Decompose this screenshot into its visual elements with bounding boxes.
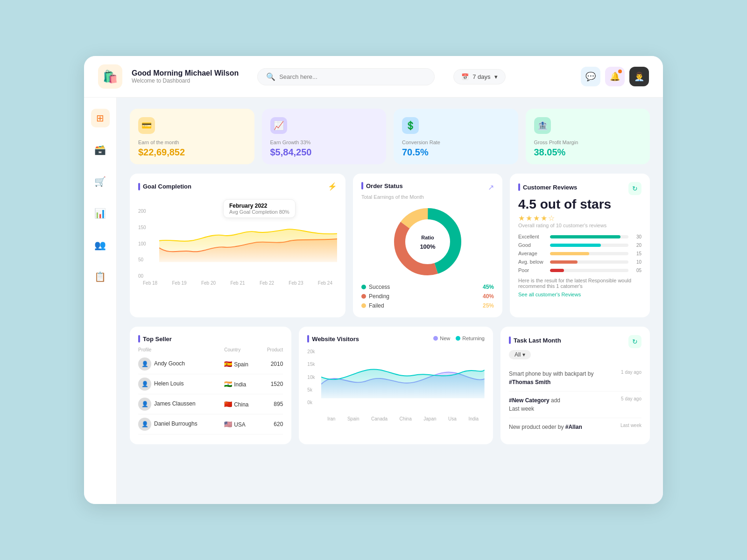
greeting-section: Good Morning Michael Wilson Welcome to D… xyxy=(132,69,239,84)
task-list: Smart phone buy with backpart by #Thomas… xyxy=(509,365,641,436)
returning-visitors-dot xyxy=(456,336,460,341)
review-link[interactable]: See all customer's Reviews xyxy=(518,292,641,297)
sidebar-item-cart[interactable]: 🛒 xyxy=(91,172,110,191)
bar-avg-below: Avg. below 10 xyxy=(518,259,641,265)
order-header: Order Status ↗ xyxy=(361,182,494,192)
profit-label: Gross Profit Margin xyxy=(534,140,642,145)
table-row: 👤Daniel Burroughs 🇺🇸USA 620 xyxy=(138,414,283,434)
svg-text:Ratio: Ratio xyxy=(421,235,434,240)
review-title: Customer Reviews xyxy=(518,183,577,191)
task-item-3: New product oeder by #Allan Last week xyxy=(509,418,641,436)
col-product: Product xyxy=(260,345,283,354)
task-header: Task Last Month ↻ xyxy=(509,335,641,348)
goal-title: Goal Completion ⚡ xyxy=(138,182,337,191)
customer-reviews-card: Customer Reviews ↻ 4.5 out of stars ★★★★… xyxy=(510,174,650,317)
bell-button[interactable]: 🔔 xyxy=(605,67,625,86)
greeting-main: Good Morning Michael Wilson xyxy=(132,69,239,77)
stat-card-conversion: 💲 Conversion Rate 70.5% xyxy=(394,109,518,164)
review-title-text: Customer Reviews xyxy=(523,184,577,191)
bottom-row: Top Seller Profile Country Product 👤Andy xyxy=(130,327,650,444)
search-bar[interactable]: 🔍 xyxy=(257,68,435,85)
visitors-legend: New Returning xyxy=(433,336,485,341)
failed-dot xyxy=(361,303,366,308)
task-text-3: New product oeder by #Allan xyxy=(509,423,617,431)
search-input[interactable] xyxy=(279,73,426,80)
sidebar-item-analytics[interactable]: 📊 xyxy=(91,204,110,223)
notification-dot xyxy=(618,70,622,73)
order-title-text: Order Status xyxy=(366,182,403,189)
sidebar-item-dashboard[interactable]: ⊞ xyxy=(91,109,110,127)
success-dot xyxy=(361,285,366,289)
bar-good: Good 20 xyxy=(518,242,641,248)
sidebar-item-users[interactable]: 👥 xyxy=(91,236,110,254)
table-row: 👤Helen Louis 🇮🇳India 1520 xyxy=(138,374,283,394)
col-country: Country xyxy=(224,345,260,354)
visitors-chart-svg xyxy=(321,349,485,405)
svg-text:100%: 100% xyxy=(420,243,436,250)
task-filter-button[interactable]: All ▾ xyxy=(509,350,531,359)
review-bars: Excellent 30 Good 20 Average 15 xyxy=(518,234,641,273)
growth-label: Earn Growth 33% xyxy=(270,140,378,145)
profit-value: 38.05% xyxy=(534,147,642,158)
goal-title-bar xyxy=(138,183,140,190)
new-visitors-dot xyxy=(433,336,438,341)
goal-refresh-icon[interactable]: ⚡ xyxy=(328,182,337,191)
main-layout: ⊞ 🗃️ 🛒 📊 👥 📋 💳 Earn of the month $22,69,… xyxy=(84,98,663,504)
greeting-sub: Welcome to Dashboard xyxy=(132,77,239,84)
visitors-title: Website Visitors xyxy=(307,335,359,343)
task-refresh-button[interactable]: ↻ xyxy=(628,335,641,348)
header-icons: 💬 🔔 👨‍💼 xyxy=(581,67,649,86)
failed-pct: 25% xyxy=(483,302,494,309)
top-seller-title: Top Seller xyxy=(138,335,283,343)
table-row: 👤Andy Gooch 🇪🇸Spain 2010 xyxy=(138,354,283,374)
col-profile: Profile xyxy=(138,345,224,354)
date-filter[interactable]: 📅 7 days ▾ xyxy=(453,69,505,84)
sidebar: ⊞ 🗃️ 🛒 📊 👥 📋 xyxy=(84,98,117,504)
task-text-1: Smart phone buy with backpart by #Thomas… xyxy=(509,370,617,386)
legend-failed: Failed 25% xyxy=(361,302,494,309)
sidebar-item-archive[interactable]: 🗃️ xyxy=(91,140,110,159)
task-text-2: #New Category addLast week xyxy=(509,396,617,413)
pending-pct: 40% xyxy=(483,293,494,300)
review-stars: ★★★★☆ xyxy=(518,214,641,223)
top-seller-card: Top Seller Profile Country Product 👤Andy xyxy=(130,327,291,444)
sidebar-item-documents[interactable]: 📋 xyxy=(91,267,110,286)
stat-cards-row: 💳 Earn of the month $22,69,852 📈 Earn Gr… xyxy=(130,109,650,164)
visitors-x-labels: Iran Spain Canada China Japan Usa India xyxy=(307,416,485,421)
goal-title-text: Goal Completion xyxy=(143,183,191,190)
chart-x-labels: Feb 18 Feb 19 Feb 20 Feb 21 Feb 22 Feb 2… xyxy=(138,280,337,286)
task-filter-chevron: ▾ xyxy=(522,351,525,358)
header: 🛍️ Good Morning Michael Wilson Welcome t… xyxy=(84,56,663,98)
review-desc: Here is the result for the latest Respon… xyxy=(518,278,641,289)
chevron-down-icon: ▾ xyxy=(494,73,498,80)
earn-icon: 💳 xyxy=(138,117,155,134)
review-refresh-button[interactable]: ↻ xyxy=(628,182,641,195)
conversion-label: Conversion Rate xyxy=(402,140,510,145)
task-title-text: Task Last Month xyxy=(514,337,561,344)
order-status-card: Order Status ↗ Total Earnings of the Mon… xyxy=(353,174,502,317)
chat-button[interactable]: 💬 xyxy=(581,67,600,86)
legend-pending: Pending 40% xyxy=(361,293,494,300)
review-rating: 4.5 out of stars xyxy=(518,197,641,212)
task-time-3: Last week xyxy=(620,423,641,428)
order-subtitle: Total Earnings of the Month xyxy=(361,194,494,200)
growth-value: $5,84,250 xyxy=(270,147,378,158)
earn-value: $22,69,852 xyxy=(138,147,246,158)
seller-avatar: 👤 xyxy=(138,357,151,371)
task-last-month-card: Task Last Month ↻ All ▾ Smart pho xyxy=(500,327,650,444)
visitors-header: Website Visitors New Returning xyxy=(307,335,485,345)
order-legend: Success 45% Pending 40% xyxy=(361,284,494,309)
legend-success: Success 45% xyxy=(361,284,494,290)
review-header: Customer Reviews ↻ xyxy=(518,182,641,195)
task-title: Task Last Month xyxy=(509,336,561,344)
tooltip-sub: Avg Goal Completion 80% xyxy=(229,209,289,215)
donut-wrap: Ratio 100% xyxy=(361,204,494,279)
bar-poor: Poor 05 xyxy=(518,267,641,273)
tooltip-title: February 2022 xyxy=(229,203,289,209)
visitors-title-text: Website Visitors xyxy=(312,336,359,343)
user-avatar[interactable]: 👨‍💼 xyxy=(629,67,649,86)
chart-tooltip: February 2022 Avg Goal Completion 80% xyxy=(223,199,296,218)
goal-completion-card: Goal Completion ⚡ February 2022 Avg Goal… xyxy=(130,174,345,317)
profit-icon: 🏦 xyxy=(534,117,551,134)
search-icon: 🔍 xyxy=(266,72,275,81)
